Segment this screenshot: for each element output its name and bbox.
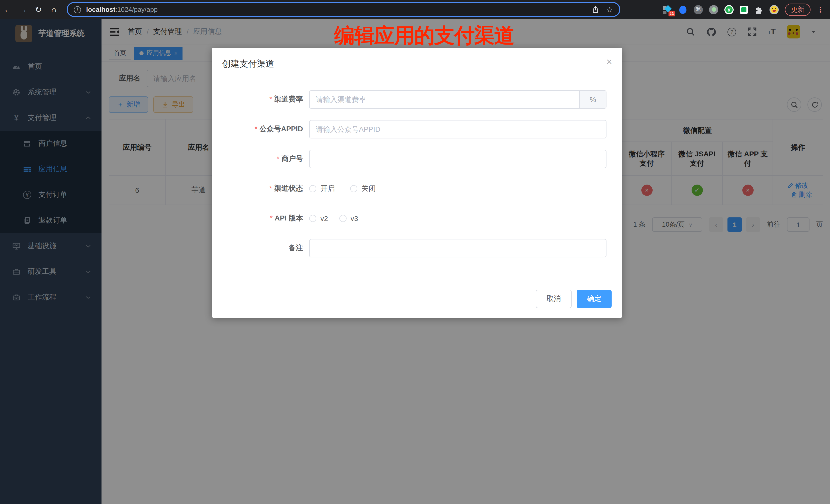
remark-input[interactable] bbox=[309, 239, 606, 257]
channel-rate-input[interactable] bbox=[310, 91, 579, 108]
command-extension-icon[interactable]: ⌘ bbox=[694, 5, 703, 14]
recorder-extension-icon[interactable] bbox=[709, 5, 718, 14]
browser-toolbar: ← → ↻ ⌂ i localhost:1024/pay/app ☆ 10 ⌘ … bbox=[0, 0, 830, 19]
cancel-button[interactable]: 取消 bbox=[536, 290, 572, 308]
api-version-label: *API 版本 bbox=[212, 214, 309, 223]
browser-extensions-area: 10 ⌘ y 更新 ⋮ bbox=[663, 3, 830, 15]
balloon-extension-icon[interactable] bbox=[678, 5, 688, 14]
site-info-icon[interactable]: i bbox=[74, 6, 81, 13]
radio-circle-icon bbox=[309, 215, 316, 222]
browser-update-button[interactable]: 更新 bbox=[785, 3, 810, 15]
merchant-id-label: *商户号 bbox=[212, 154, 309, 163]
forward-icon[interactable]: → bbox=[15, 5, 31, 14]
required-asterisk: * bbox=[269, 95, 272, 103]
channel-status-label: *渠道状态 bbox=[212, 184, 309, 193]
remark-label: 备注 bbox=[212, 244, 309, 253]
radio-circle-icon bbox=[340, 215, 347, 222]
extensions-puzzle-icon[interactable] bbox=[754, 5, 763, 14]
lens-extension-icon[interactable]: 10 bbox=[663, 5, 672, 14]
close-icon[interactable]: × bbox=[606, 57, 612, 67]
api-v3-radio[interactable]: v3 bbox=[340, 214, 358, 222]
address-bar[interactable]: i localhost:1024/pay/app ☆ bbox=[67, 2, 620, 17]
merchant-id-input[interactable] bbox=[309, 150, 606, 168]
required-asterisk: * bbox=[269, 184, 272, 192]
reload-icon[interactable]: ↻ bbox=[31, 5, 46, 14]
screen: ← → ↻ ⌂ i localhost:1024/pay/app ☆ 10 ⌘ … bbox=[0, 0, 830, 504]
profile-avatar[interactable] bbox=[769, 5, 779, 14]
radio-circle-icon bbox=[309, 185, 316, 192]
extension-badge: 10 bbox=[669, 11, 675, 16]
url-host: localhost bbox=[86, 6, 115, 13]
required-asterisk: * bbox=[255, 125, 258, 133]
required-asterisk: * bbox=[277, 154, 279, 162]
url-text: localhost:1024/pay/app bbox=[86, 6, 158, 13]
percent-suffix: % bbox=[579, 91, 606, 108]
appid-input[interactable] bbox=[309, 120, 606, 138]
create-payment-channel-dialog: 创建支付渠道 × *渠道费率 % *公众号APPID *商户号 bbox=[212, 48, 622, 318]
required-asterisk: * bbox=[270, 214, 273, 222]
bookmark-star-icon[interactable]: ☆ bbox=[606, 5, 613, 14]
dialog-title: 创建支付渠道 bbox=[222, 59, 274, 69]
status-closed-radio[interactable]: 关闭 bbox=[350, 184, 376, 193]
chat-extension-icon[interactable] bbox=[740, 5, 748, 13]
url-path: :1024/pay/app bbox=[115, 6, 158, 13]
share-icon[interactable] bbox=[592, 6, 599, 13]
back-icon[interactable]: ← bbox=[0, 5, 15, 14]
browser-menu-icon[interactable]: ⋮ bbox=[817, 5, 825, 14]
channel-rate-label: *渠道费率 bbox=[212, 95, 309, 104]
status-open-radio[interactable]: 开启 bbox=[309, 184, 335, 193]
annotation-text: 编辑应用的支付渠道 bbox=[334, 22, 514, 50]
home-icon[interactable]: ⌂ bbox=[46, 5, 62, 14]
radio-circle-icon bbox=[350, 185, 357, 192]
appid-label: *公众号APPID bbox=[212, 125, 309, 134]
api-v2-radio[interactable]: v2 bbox=[309, 214, 328, 222]
confirm-button[interactable]: 确定 bbox=[577, 290, 612, 308]
y-extension-icon[interactable]: y bbox=[724, 5, 734, 14]
